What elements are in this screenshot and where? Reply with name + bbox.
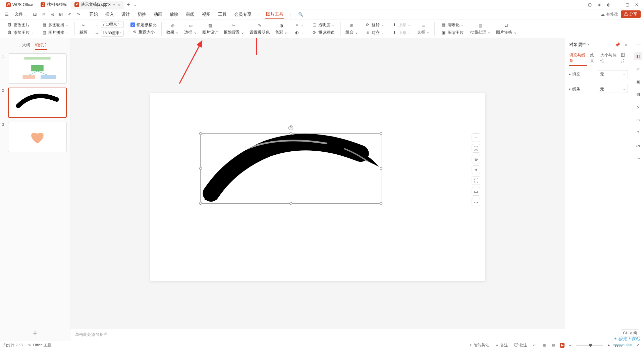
notes-toggle[interactable]: ≡备注: [493, 342, 509, 348]
zoom-slider[interactable]: [576, 345, 603, 346]
line-select[interactable]: 无⌄: [598, 85, 628, 93]
float-crop[interactable]: ⿴: [472, 144, 480, 153]
tab-current-file[interactable]: P 演示文稿(2).pptx • ×: [71, 1, 124, 9]
reset-style-button[interactable]: ⟳重设样式: [310, 29, 336, 36]
width-input[interactable]: 7.10厘米⌃⌄: [101, 21, 124, 28]
prop-tab-picture[interactable]: 图片: [621, 51, 628, 66]
tab-templates[interactable]: D 找稻壳模板: [37, 1, 70, 9]
tab-view[interactable]: 视图: [201, 10, 211, 19]
rt-properties-icon[interactable]: ◧: [634, 52, 642, 60]
tab-start[interactable]: 开始: [89, 10, 99, 19]
zoom-out-button[interactable]: −: [568, 343, 573, 348]
height-input[interactable]: 18.39厘米⌃⌄: [101, 30, 124, 37]
rt-image-icon[interactable]: 🖼: [634, 91, 642, 99]
contrast-button[interactable]: ◐⌄: [293, 29, 305, 36]
view-normal-icon[interactable]: ▭: [532, 342, 538, 348]
remove-bg-button[interactable]: ✂抠除背景 ⌄: [222, 21, 246, 36]
rotate-handle[interactable]: [288, 126, 293, 130]
tab-transition[interactable]: 切换: [137, 10, 147, 19]
close-tab-icon[interactable]: ×: [117, 2, 120, 7]
new-tab-button[interactable]: +: [124, 2, 132, 8]
smart-beauty-button[interactable]: ✦智能美化: [467, 342, 490, 348]
change-image-button[interactable]: 🖼更改图片: [5, 21, 35, 29]
tab-slideshow[interactable]: 放映: [169, 10, 179, 19]
effects-button[interactable]: ◎效果 ⌄: [164, 21, 181, 36]
float-zoom-out[interactable]: −: [472, 133, 480, 142]
close-button[interactable]: ✕: [632, 1, 641, 9]
window-tile-icon[interactable]: ▢: [585, 1, 594, 9]
convert-button[interactable]: ⇄图片转换 ⌄: [494, 21, 519, 36]
rt-tools-icon[interactable]: ✕: [634, 103, 642, 111]
rt-shape-icon[interactable]: ▭: [634, 116, 642, 124]
slide-thumb-3[interactable]: [8, 122, 67, 152]
rt-link-icon[interactable]: ᔕ: [634, 142, 642, 150]
close-panel-icon[interactable]: ✕: [624, 42, 628, 47]
rt-more-icon[interactable]: ⋯: [634, 154, 642, 162]
float-zoom-in[interactable]: ⊕: [472, 155, 480, 163]
save-icon[interactable]: 🖫: [32, 11, 38, 18]
prop-tab-size[interactable]: 大小与属性: [600, 51, 618, 66]
lock-aspect-checkbox[interactable]: ✓锁定纵横比: [130, 22, 157, 28]
outline-tab[interactable]: 大纲: [22, 42, 30, 50]
batch-button[interactable]: ▤批量处理 ⌄: [468, 21, 493, 36]
select-button[interactable]: ▭选择 ⌄: [415, 21, 432, 36]
image-join-button[interactable]: ▥图片拼接⌄: [40, 29, 70, 36]
maximize-button[interactable]: ▢: [623, 1, 632, 9]
slide-thumb-1[interactable]: [8, 53, 67, 84]
image-design-button[interactable]: ▧图片设计: [200, 21, 220, 36]
redo-icon[interactable]: ↷: [75, 11, 82, 18]
print-icon[interactable]: 🖨: [49, 11, 56, 18]
brightness-button[interactable]: ☀⌄: [293, 22, 305, 29]
rt-layers-icon[interactable]: ▣: [634, 78, 642, 86]
tab-animation[interactable]: 动画: [153, 10, 163, 19]
add-slide-button[interactable]: +: [33, 329, 37, 338]
enhance-button[interactable]: ▦清晰化⌄: [439, 21, 465, 29]
thumb-row-1[interactable]: 1: [2, 53, 67, 84]
tab-insert[interactable]: 插入: [105, 10, 115, 19]
thumb-row-3[interactable]: 3: [2, 122, 67, 152]
rt-help-icon[interactable]: ?: [634, 129, 642, 137]
reset-size-button[interactable]: ⟲重设大小: [130, 29, 157, 36]
tab-design[interactable]: 设计: [121, 10, 131, 19]
set-transparent-color-button[interactable]: ✎设置透明色: [248, 21, 272, 36]
float-shape[interactable]: ▭: [472, 187, 480, 196]
rotate-button[interactable]: ⟳旋转⌄: [364, 21, 385, 29]
file-menu[interactable]: 文件⌄: [15, 11, 27, 17]
tab-wps-home[interactable]: W WPS Office: [3, 1, 37, 9]
slide-canvas[interactable]: − ⿴ ⊕ ✦ ⛶ ▭ ⋯: [150, 93, 485, 281]
pin-icon[interactable]: 📌: [615, 42, 620, 47]
tab-dropdown-icon[interactable]: ⌄: [132, 2, 138, 7]
add-image-button[interactable]: 🖼添加图片⌄: [5, 29, 35, 36]
tab-member[interactable]: 会员专享: [233, 10, 252, 19]
slide-thumb-2[interactable]: [8, 88, 67, 118]
transparency-button[interactable]: ▢透明度⌄: [310, 21, 336, 29]
modify-indicator[interactable]: ☁ 有修改: [601, 11, 618, 17]
tab-tools[interactable]: 工具: [217, 10, 227, 19]
float-fit[interactable]: ⛶: [472, 176, 480, 185]
float-magic[interactable]: ✦: [472, 165, 480, 174]
compress-button[interactable]: ▣压缩图片: [439, 29, 465, 36]
slides-tab[interactable]: 幻灯片: [35, 42, 47, 50]
share-button[interactable]: 凸 分享: [621, 10, 641, 18]
float-more[interactable]: ⋯: [472, 198, 480, 206]
search-icon[interactable]: 🔍: [297, 11, 304, 18]
fill-select[interactable]: 无⌄: [598, 70, 628, 78]
border-button[interactable]: ▭边框 ⌄: [182, 21, 199, 36]
notes-bar[interactable]: 单击此处添加备注: [70, 329, 565, 341]
minimize-button[interactable]: —: [613, 1, 623, 9]
tab-review[interactable]: 审阅: [185, 10, 195, 19]
rt-star-icon[interactable]: ☆: [634, 65, 642, 73]
prop-tab-effect[interactable]: 效果: [590, 51, 597, 66]
collapse-panel-icon[interactable]: —: [636, 42, 641, 48]
canvas-area[interactable]: − ⿴ ⊕ ✦ ⛶ ▭ ⋯: [70, 38, 565, 329]
image-selection[interactable]: [200, 133, 381, 204]
view-reading-icon[interactable]: ▤: [550, 342, 556, 348]
zoom-in-button[interactable]: +: [606, 343, 611, 348]
prop-tab-fill[interactable]: 填充与线条: [569, 51, 587, 66]
thumb-row-2[interactable]: 2: [2, 88, 67, 118]
undo-icon[interactable]: ↶: [66, 11, 73, 18]
print-preview-icon[interactable]: 🗟: [58, 11, 64, 18]
comments-toggle[interactable]: 💬批注: [513, 342, 528, 348]
align-button[interactable]: ≡对齐⌄: [364, 29, 385, 36]
color-button[interactable]: ◑色彩 ⌄: [273, 21, 289, 36]
